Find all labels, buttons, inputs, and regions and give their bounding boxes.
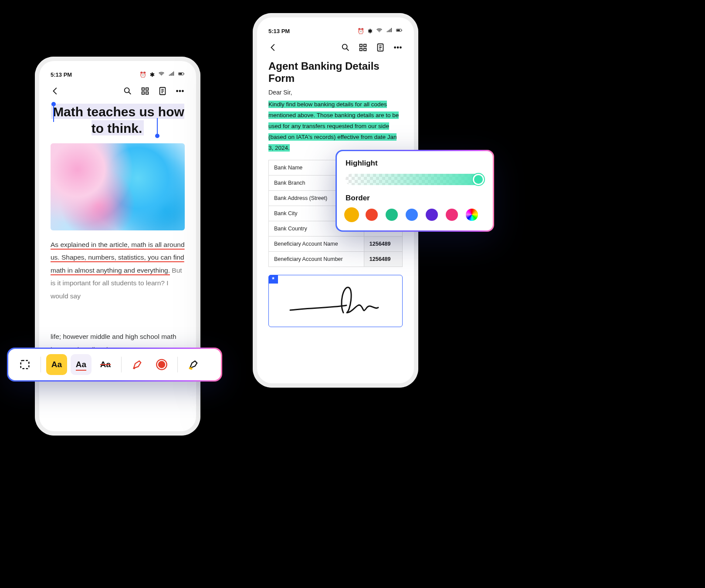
color-swatch[interactable] [446,209,458,221]
wifi-icon [158,71,165,78]
table-row: Beneficiary Account Name1256489 [269,236,403,251]
svg-point-11 [182,91,183,92]
markup-toolbar: Aa Aa Aa [7,348,222,382]
document-title: Agent Banking Details Form [268,60,403,84]
table-cell-label: Beneficiary Account Name [269,236,364,251]
status-bar: 5:13 PM ⏰ ✱ [268,27,403,35]
app-bar [51,86,185,96]
bluetooth-icon: ✱ [150,71,155,78]
color-swatch[interactable] [346,209,358,221]
grid-icon[interactable] [358,43,368,52]
more-icon[interactable] [175,86,185,96]
color-swatch[interactable] [386,209,398,221]
signal-icon [168,71,175,78]
crop-tool-button[interactable] [14,354,35,375]
slider-thumb-icon[interactable] [473,174,484,185]
table-cell-value[interactable]: 1256489 [364,236,402,251]
signal-icon [386,27,393,35]
app-bar [268,43,403,52]
reader-icon[interactable] [376,43,385,52]
signature-icon [288,281,383,321]
svg-point-23 [400,47,401,48]
highlighted-paragraph: Kindly find below banking details for al… [268,99,403,154]
svg-rect-14 [397,30,400,31]
toolbar-divider [121,357,122,372]
document-heading: Math teaches us how to think. [51,104,184,135]
back-icon[interactable] [51,86,60,96]
battery-icon [396,27,403,35]
toolbar-divider [41,357,41,372]
selection-handle-start-icon[interactable] [51,102,56,106]
signature-field[interactable]: * [268,275,403,327]
strikethrough-tool-button[interactable]: Aa [95,354,116,375]
svg-rect-24 [21,361,29,369]
article-image [51,143,185,230]
svg-rect-5 [146,88,149,91]
table-cell-value[interactable]: 1256489 [364,251,402,267]
svg-rect-7 [146,92,149,95]
svg-point-26 [158,361,165,368]
border-heading: Border [346,194,484,203]
toolbar-divider [177,357,178,372]
svg-rect-18 [360,48,363,51]
table-row: Beneficiary Account Number1256489 [269,251,403,267]
selection-handle-end-icon[interactable] [155,134,159,138]
greeting: Dear Sir, [268,89,403,96]
heading-selection[interactable]: Math teaches us how to think. [51,104,185,136]
search-icon[interactable] [123,86,132,96]
status-time: 5:13 PM [51,71,72,78]
alarm-icon: ⏰ [139,71,146,78]
color-swatch[interactable] [366,209,378,221]
pen-tool-button[interactable] [127,354,148,375]
svg-rect-17 [364,44,366,47]
status-time: 5:13 PM [268,28,290,34]
required-marker: * [268,275,278,284]
svg-rect-13 [402,30,402,30]
status-icons: ⏰ ✱ [357,27,403,35]
color-swatch[interactable] [466,209,478,221]
wifi-icon [376,27,383,35]
bluetooth-icon: ✱ [368,28,373,34]
svg-rect-1 [184,73,184,74]
svg-point-9 [176,91,178,92]
svg-rect-16 [360,44,363,47]
article-body: As explained in the article, math is all… [51,238,185,302]
status-bar: 5:13 PM ⏰ ✱ [51,71,185,78]
highlight-heading: Highlight [346,159,484,168]
back-icon[interactable] [268,43,278,52]
svg-rect-6 [142,92,145,95]
border-color-swatches [346,209,484,221]
search-icon[interactable] [341,43,350,52]
svg-rect-4 [142,88,145,91]
svg-rect-19 [364,48,366,51]
highlight-opacity-slider[interactable] [346,174,484,185]
table-cell-label: Beneficiary Account Number [269,251,364,267]
highlight-panel: Highlight Border [336,150,494,232]
underlined-text: As explained in the article, math is all… [51,241,185,274]
svg-point-10 [180,91,181,92]
svg-point-22 [397,47,399,48]
highlighted-text: Kindly find below banking details for al… [268,101,399,152]
grid-icon[interactable] [140,86,150,96]
marker-tool-button[interactable] [183,354,204,375]
reader-icon[interactable] [158,86,167,96]
alarm-icon: ⏰ [357,28,364,34]
color-swatch[interactable] [426,209,438,221]
battery-icon [178,71,185,78]
highlight-tool-button[interactable]: Aa [46,354,67,375]
underline-tool-button[interactable]: Aa [71,354,92,375]
svg-point-25 [133,367,136,369]
status-icons: ⏰ ✱ [139,71,185,78]
shape-tool-button[interactable] [151,354,172,375]
svg-point-15 [342,44,347,49]
color-swatch[interactable] [406,209,418,221]
svg-rect-2 [179,73,182,74]
more-icon[interactable] [393,43,403,52]
svg-point-21 [394,47,396,48]
svg-point-3 [125,88,129,93]
